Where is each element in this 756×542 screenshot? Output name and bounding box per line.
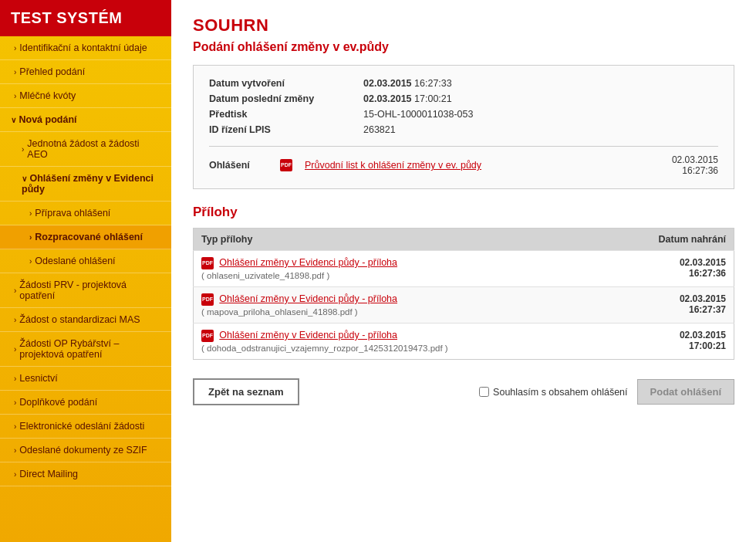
sidebar-item-lesnictvi[interactable]: › Lesnictví [0, 367, 171, 391]
section-title: Podání ohlášení změny v ev.půdy [193, 40, 734, 54]
table-row: PDF Ohlášení změny v Evidenci půdy - pří… [194, 287, 734, 324]
sidebar-item-label: Ohlášení změny v Evidenci půdy [22, 173, 154, 195]
sidebar-item-mlecne[interactable]: › Mléčné kvóty [0, 84, 171, 108]
arrow-icon: › [14, 44, 16, 53]
priloha-cell-2: PDF Ohlášení změny v Evidenci půdy - pří… [194, 287, 604, 324]
priloha-date-2: 02.03.2015 16:27:37 [604, 287, 734, 324]
sidebar-item-odeslane-ohlaseni[interactable]: › Odeslané ohlášení [0, 249, 171, 273]
sidebar-item-ohlaseni[interactable]: ∨ Ohlášení změny v Evidenci půdy [0, 167, 171, 202]
sidebar-item-label: Žádosti PRV - projektová opatření [19, 279, 160, 301]
sidebar-item-identifikace[interactable]: › Identifikační a kontaktní údaje [0, 36, 171, 60]
sidebar-item-rozpracovane[interactable]: › Rozpracované ohlášení [0, 225, 171, 249]
sidebar-item-label: Mléčné kvóty [19, 90, 76, 101]
sidebar-item-label: Příprava ohlášení [35, 208, 110, 218]
ohlaseni-label: Ohlášení [209, 160, 271, 171]
arrow-icon: ∨ [11, 116, 16, 124]
summary-row-id-rizeni: ID řízení LPIS 263821 [209, 124, 718, 135]
arrow-icon: › [14, 316, 16, 324]
summary-row-datum-vytvoreni: Datum vytvoření 02.03.2015 16:27:33 [209, 78, 718, 89]
sidebar-item-prehled[interactable]: › Přehled podání [0, 60, 171, 84]
arrow-icon: ∨ [22, 174, 27, 183]
table-row: PDF Ohlášení změny v Evidenci půdy - pří… [194, 324, 734, 360]
arrow-icon: › [14, 422, 16, 431]
arrow-icon: › [29, 209, 32, 218]
pdf-icon: PDF [201, 257, 214, 269]
table-row: PDF Ohlášení změny v Evidenci půdy - pří… [194, 251, 734, 287]
prilohy-title: Přílohy [193, 205, 734, 220]
prilohy-table: Typ přílohy Datum nahrání PDF Ohlášení z… [193, 228, 734, 360]
sidebar-item-label: Rozpracované ohlášení [35, 232, 143, 242]
arrow-icon: › [22, 145, 24, 154]
sidebar-item-label: Lesnictví [19, 373, 57, 384]
sidebar-item-label: Identifikační a kontaktní údaje [19, 42, 147, 53]
arrow-icon: › [14, 398, 16, 407]
arrow-icon: › [14, 68, 16, 76]
priloha-date-1: 02.03.2015 16:27:36 [604, 251, 734, 287]
arrow-icon: › [14, 345, 16, 354]
ohlaseni-date: 02.03.2015 16:27:36 [672, 154, 718, 176]
priloha-link-1[interactable]: Ohlášení změny v Evidenci půdy - příloha [219, 257, 397, 268]
sidebar: TEST SYSTÉM › Identifikační a kontaktní … [0, 0, 171, 542]
priloha-filename-3: ( dohoda_odstranujici_vzajemny_rozpor_14… [201, 344, 596, 353]
arrow-icon: › [14, 470, 16, 479]
priloha-cell-3: PDF Ohlášení změny v Evidenci půdy - pří… [194, 324, 604, 360]
arrow-icon: › [14, 92, 16, 100]
datum-vytvoreni-label: Datum vytvoření [209, 78, 363, 89]
arrow-icon: › [29, 257, 32, 266]
priloha-link-3[interactable]: Ohlášení změny v Evidenci půdy - příloha [219, 330, 397, 340]
priloha-filename-2: ( mapova_priloha_ohlaseni_41898.pdf ) [201, 307, 596, 317]
pdf-icon: PDF [201, 330, 214, 342]
datum-zmeny-value: 02.03.2015 17:00:21 [363, 93, 452, 104]
arrow-icon: › [14, 286, 16, 295]
ohlaseni-link[interactable]: Průvodní list k ohlášení změny v ev. půd… [305, 160, 481, 171]
sidebar-item-zadost-mas[interactable]: › Žádost o standardizaci MAS [0, 308, 171, 332]
arrow-icon: › [14, 374, 16, 383]
datum-zmeny-label: Datum poslední změny [209, 93, 363, 104]
sidebar-item-priprava[interactable]: › Příprava ohlášení [0, 202, 171, 225]
sidebar-item-label: Přehled podání [19, 66, 85, 77]
sidebar-item-label: Elektronické odeslání žádosti [19, 421, 144, 432]
pdf-icon: PDF [201, 293, 214, 306]
arrow-icon: › [29, 233, 32, 242]
id-rizeni-label: ID řízení LPIS [209, 124, 363, 135]
arrow-icon: › [14, 446, 16, 455]
datum-vytvoreni-value: 02.03.2015 16:27:33 [363, 78, 452, 89]
pdf-icon: PDF [280, 159, 292, 171]
sidebar-item-label: Žádost o standardizaci MAS [19, 314, 140, 325]
submit-button[interactable]: Podat ohlášení [637, 379, 734, 405]
page-title: SOUHRN [193, 15, 734, 36]
predtisk-label: Předtisk [209, 109, 363, 120]
sidebar-item-label: Nová podání [19, 114, 76, 125]
sidebar-title: TEST SYSTÉM [0, 0, 171, 36]
priloha-filename-1: ( ohlaseni_uzivatele_41898.pdf ) [201, 271, 596, 280]
summary-card: Datum vytvoření 02.03.2015 16:27:33 Datu… [193, 65, 734, 189]
footer-actions: Zpět na seznam Souhlasím s obsahem ohláš… [193, 378, 734, 405]
sidebar-item-label: Odeslané dokumenty ze SZIF [19, 445, 147, 456]
sidebar-item-elektronicke[interactable]: › Elektronické odeslání žádosti [0, 415, 171, 439]
sidebar-item-zadosti-op[interactable]: › Žádosti OP Rybářství – projektová opat… [0, 332, 171, 367]
id-rizeni-value: 263821 [363, 124, 396, 135]
sidebar-item-jednotna[interactable]: › Jednotná žádost a žádosti AEO [0, 132, 171, 167]
col-typ-prilohy: Typ přílohy [194, 229, 604, 251]
sidebar-item-direct[interactable]: › Direct Mailing [0, 462, 171, 486]
sidebar-item-label: Žádosti OP Rybářství – projektová opatře… [19, 338, 160, 360]
predtisk-value: 15-OHL-1000011038-053 [363, 109, 473, 120]
consent-checkbox-label[interactable]: Souhlasím s obsahem ohlášení [479, 387, 627, 398]
main-content: SOUHRN Podání ohlášení změny v ev.půdy D… [171, 0, 756, 542]
consent-checkbox[interactable] [479, 387, 489, 397]
sidebar-item-odeslane-szif[interactable]: › Odeslané dokumenty ze SZIF [0, 439, 171, 462]
sidebar-item-label: Direct Mailing [19, 469, 78, 479]
sidebar-item-label: Doplňkové podání [19, 397, 97, 408]
sidebar-item-zadosti-prv[interactable]: › Žádosti PRV - projektová opatření [0, 273, 171, 308]
summary-row-datum-zmeny: Datum poslední změny 02.03.2015 17:00:21 [209, 93, 718, 104]
ohlaseni-row: Ohlášení PDF Průvodní list k ohlášení zm… [209, 146, 718, 176]
sidebar-item-doplnkove[interactable]: › Doplňkové podání [0, 391, 171, 415]
priloha-link-2[interactable]: Ohlášení změny v Evidenci půdy - příloha [219, 293, 397, 304]
back-button[interactable]: Zpět na seznam [193, 378, 299, 405]
sidebar-item-label: Odeslané ohlášení [35, 256, 115, 266]
priloha-cell-1: PDF Ohlášení změny v Evidenci půdy - pří… [194, 251, 604, 287]
col-datum-nahrani: Datum nahrání [604, 229, 734, 251]
sidebar-item-nova[interactable]: ∨ Nová podání [0, 108, 171, 132]
priloha-date-3: 02.03.2015 17:00:21 [604, 324, 734, 360]
sidebar-item-label: Jednotná žádost a žádosti AEO [27, 138, 160, 160]
